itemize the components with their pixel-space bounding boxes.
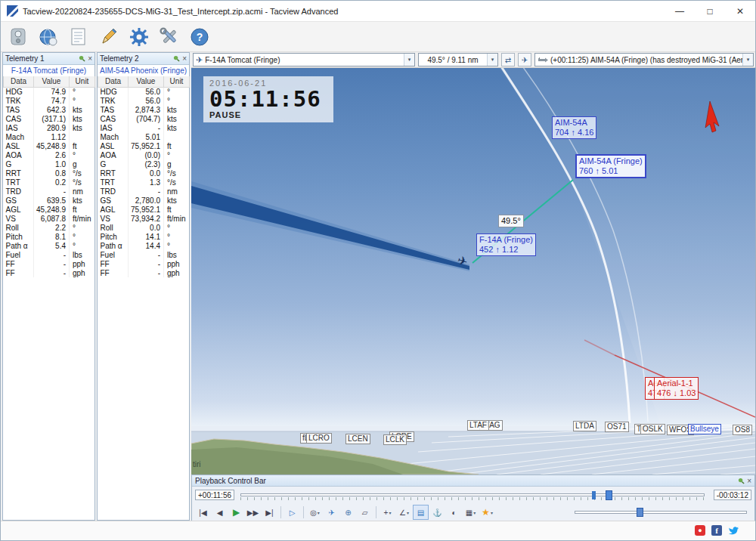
chevron-down-icon[interactable]: ▾ [487, 54, 497, 66]
window-title: Tacview-20220824-235655-DCS-MiG-31_Test_… [23, 7, 665, 16]
timeline-event-marker [592, 491, 596, 499]
primary-object-combo[interactable]: ✈ F-14A Tomcat (Fringe) ▾ [193, 53, 415, 66]
secondary-object-combo[interactable]: (+00:11:25) AIM-54A (Fringe) (has destro… [534, 53, 754, 66]
telemetry-row: G1.0g [4, 159, 95, 168]
ground-label[interactable]: LCEN [345, 434, 370, 444]
ground-label[interactable]: LCRO [306, 433, 332, 444]
layers-button[interactable]: ▤ [413, 505, 429, 520]
object-label[interactable]: Aerial-1-1476 ↓ 1.03 [654, 377, 699, 400]
timeline-thumb[interactable] [606, 490, 612, 500]
object-label[interactable]: AIM-54A704 ↑ 4.16 [552, 116, 596, 139]
object-label[interactable]: AIM-54A (Fringe)760 ↑ 5.01 [575, 154, 646, 178]
pin-icon[interactable] [79, 55, 85, 62]
ground-label[interactable]: Bullseye [688, 424, 721, 434]
column-header: Data [98, 76, 129, 87]
maximize-button[interactable]: □ [695, 1, 725, 21]
object-label[interactable]: 49.5° [498, 215, 524, 227]
jump-end-button[interactable]: ▶| [262, 505, 277, 520]
chevron-down-icon[interactable]: ▾ [742, 54, 753, 66]
facebook-icon[interactable]: f [711, 525, 722, 536]
telemetry-row: VS6,087.8ft/min [4, 214, 95, 223]
step-frame-button[interactable]: ▷ [284, 505, 300, 520]
favorites-button[interactable]: ★▾ [479, 505, 495, 520]
advanced-tools-icon[interactable] [158, 26, 181, 48]
telemetry-row: TRD-nm [98, 187, 190, 196]
ground-label[interactable]: LTAF [467, 420, 489, 431]
timeline-row: +00:11:56 -00:03:12 [192, 487, 754, 503]
telemetry-row: Path α14.4° [98, 241, 190, 250]
ship-button[interactable]: ⚓ [429, 505, 445, 520]
telemetry-1-title: Telemetry 1 [5, 54, 76, 63]
main-toolbar: ? [1, 22, 755, 52]
aircraft-view-button[interactable]: ✈ [324, 505, 339, 520]
window-layout-button[interactable]: ▦▾ [463, 505, 479, 520]
telemetry-row: FF-pph [4, 259, 95, 268]
chevron-down-icon[interactable]: ▾ [404, 54, 414, 66]
pin-icon[interactable] [738, 478, 745, 484]
telemetry-row: Pitch14.1° [98, 232, 190, 241]
flight-log-icon[interactable] [67, 26, 90, 48]
telemetry-row: AOA(0.0)° [98, 150, 190, 159]
telemetry-2-object: AIM-54A Phoenix (Fringe) [98, 65, 189, 76]
ground-label[interactable]: LCLK [383, 434, 407, 445]
flight-recorder-icon[interactable] [7, 26, 29, 48]
telemetry-row: ASL45,248.9ft [4, 141, 95, 150]
sphere-button[interactable]: ◐ [446, 505, 462, 520]
telemetry-row: IAS280.9kts [4, 123, 95, 132]
ground-label[interactable]: LTDA [573, 421, 596, 431]
object-label[interactable]: F-14A (Fringe)452 ↑ 1.12 [476, 233, 536, 256]
ground-label[interactable]: OSLK [640, 424, 665, 434]
playback-control-bar: Playback Control Bar × +00:11:56 -00:03:… [191, 475, 755, 522]
online-globe-icon[interactable] [37, 26, 60, 48]
swap-selection-button[interactable]: ⇄ [501, 53, 515, 66]
pin-icon[interactable] [173, 55, 180, 62]
measure-mode-button[interactable]: ∠▾ [396, 505, 412, 520]
ground-label[interactable]: OS71 [605, 422, 629, 432]
app-icon [7, 5, 18, 17]
telemetry-row: CAS(704.7)kts [98, 114, 190, 123]
3d-viewport[interactable]: ✈ 2016-06-21 05:11:56 PAUSE AIM-54A704 ↑… [191, 68, 755, 475]
telemetry-row: GS2,780.0kts [98, 196, 190, 205]
status-bar: ● f [1, 521, 755, 540]
timeline-track[interactable] [240, 490, 705, 500]
twitter-icon[interactable] [728, 525, 739, 536]
telemetry-row: HDG74.9° [4, 87, 95, 96]
close-button[interactable]: ✕ [725, 1, 755, 21]
telemetry-row: GS639.5kts [4, 196, 95, 205]
column-header: Unit [164, 76, 190, 87]
notification-icon[interactable]: ● [695, 525, 705, 536]
speed-slider[interactable] [575, 507, 747, 518]
telemetry-row: Mach5.01 [98, 132, 190, 141]
eraser-button[interactable]: ▱ [357, 505, 373, 520]
fast-forward-button[interactable]: ▶▶ [245, 505, 261, 520]
title-bar: Tacview-20220824-235655-DCS-MiG-31_Test_… [1, 1, 755, 22]
settings-gear-icon[interactable] [128, 26, 150, 48]
primary-object-value: F-14A Tomcat (Fringe) [203, 56, 404, 64]
globe-view-button[interactable]: ⊕ [340, 505, 356, 520]
column-header: Value [129, 76, 164, 87]
close-panel-icon[interactable]: × [182, 55, 187, 62]
minimize-button[interactable]: — [665, 1, 695, 21]
column-header: Unit [70, 76, 95, 87]
jump-start-button[interactable]: |◀ [195, 505, 211, 520]
play-backward-button[interactable]: ◀ [212, 505, 228, 520]
telemetry-row: G(2.3)g [98, 159, 190, 168]
ground-label[interactable]: OS8 [733, 425, 752, 435]
cursor-mode-button[interactable]: +▾ [380, 505, 395, 520]
telemetry-row: Path α5.4° [4, 241, 95, 250]
tracking-camera-button[interactable]: ✈ [518, 53, 531, 66]
telemetry-row: IAS-kts [98, 123, 190, 132]
bearing-range-combo[interactable]: 49.5° / 9.11 nm ▾ [418, 53, 498, 66]
speed-groove [575, 511, 747, 514]
telemetry-row: TAS642.3kts [4, 105, 95, 114]
close-panel-icon[interactable]: × [747, 478, 751, 484]
play-button[interactable]: ▶ [228, 505, 244, 520]
tacview-window: Tacview-20220824-235655-DCS-MiG-31_Test_… [0, 0, 756, 541]
speed-thumb[interactable] [637, 508, 643, 517]
zoom-camera-button[interactable]: ◎▾ [307, 505, 323, 520]
help-icon[interactable]: ? [188, 26, 211, 48]
telemetry-row: FF-gph [4, 268, 95, 277]
close-panel-icon[interactable]: × [88, 55, 92, 62]
telemetry-2-table: Data Value Unit HDG56.0°TRK56.0°TAS2,874… [98, 76, 190, 277]
annotate-pencil-icon[interactable] [98, 26, 120, 48]
